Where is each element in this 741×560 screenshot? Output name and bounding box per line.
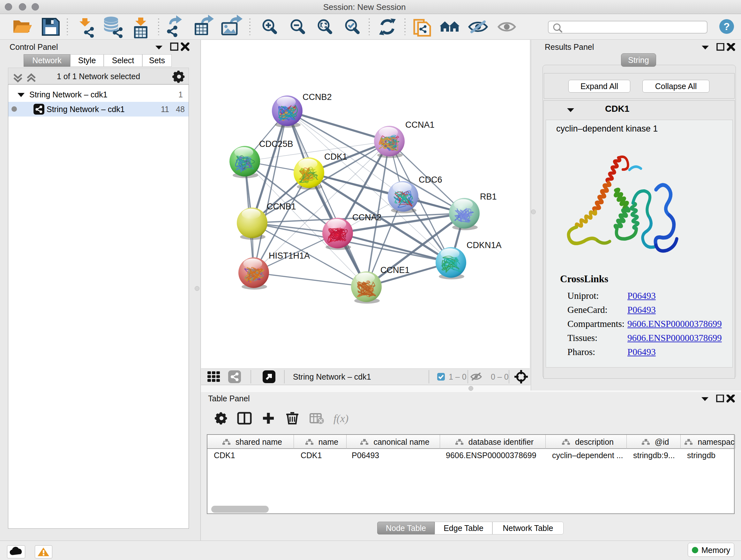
svg-text:CDK1: CDK1 xyxy=(324,152,347,162)
svg-text:HIST1H1A: HIST1H1A xyxy=(269,251,310,260)
svg-text:1 – 0: 1 – 0 xyxy=(449,372,467,381)
svg-text:RB1: RB1 xyxy=(480,192,497,201)
svg-text:CDC25B: CDC25B xyxy=(259,139,293,149)
svg-text:CCNB1: CCNB1 xyxy=(267,202,296,211)
svg-text:CCNE1: CCNE1 xyxy=(381,265,410,275)
svg-text:CCNB2: CCNB2 xyxy=(302,92,332,102)
svg-text:CCNA2: CCNA2 xyxy=(352,212,382,222)
svg-text:CCNA1: CCNA1 xyxy=(405,120,434,130)
svg-text:String Network – cdk1: String Network – cdk1 xyxy=(293,372,371,381)
svg-text:CDC6: CDC6 xyxy=(419,175,442,185)
svg-text:0 – 0: 0 – 0 xyxy=(491,372,509,381)
svg-text:CDKN1A: CDKN1A xyxy=(467,240,502,250)
svg-text:f(x): f(x) xyxy=(333,413,348,425)
